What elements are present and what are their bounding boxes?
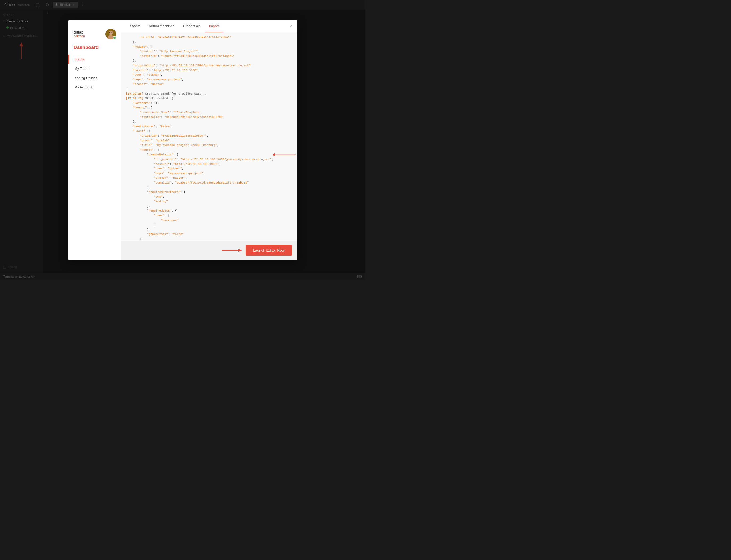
- svg-point-5: [109, 32, 110, 33]
- log-line-29: "user": "gokmen",: [126, 167, 293, 171]
- avatar-online-badge: [113, 36, 116, 39]
- log-line-37: ],: [126, 204, 293, 209]
- modal-nav-koding-utilities-label: Koding Utilities: [74, 76, 97, 80]
- log-line-11: "branch": "master": [126, 82, 293, 87]
- modal-user-handle: gokmen: [74, 34, 103, 38]
- log-line-36: "koding": [126, 199, 293, 204]
- log-line-35: "aws",: [126, 195, 293, 200]
- modal-right-panel: Stacks Virtual Machines Credentials Impo…: [121, 20, 297, 260]
- modal-overlay[interactable]: × gitlab gokmen: [0, 0, 365, 280]
- log-line-17: "constructorName": "JStackTemplate",: [126, 110, 293, 115]
- log-line-14: [17:02:28] Stack created: {: [126, 96, 293, 101]
- log-line-10: "repo": "my-awesome-project",: [126, 78, 293, 82]
- log-line-38: "requiredData": {: [126, 209, 293, 213]
- log-line-18: "instanceId": "9a0e89c379c76c1ea47ec6aeb…: [126, 115, 293, 120]
- log-line-44: }: [126, 237, 293, 240]
- log-line-43: "groupStack": "false": [126, 232, 293, 237]
- log-line-15: "watchers": {},: [126, 101, 293, 106]
- modal-nav-stacks-label: Stacks: [74, 57, 85, 61]
- modal-content-area: commitId: "9ca0e57ff9c3971d7a4e85bdaa612…: [121, 32, 297, 241]
- modal-left-panel: gitlab gokmen: [68, 20, 121, 260]
- log-line-33: },: [126, 185, 293, 190]
- modal-user-info: gitlab gokmen: [74, 30, 103, 38]
- log-line-12: }: [126, 87, 293, 92]
- modal-user-section: gitlab gokmen: [68, 26, 121, 45]
- modal-nav-title: Dashboard: [68, 45, 121, 55]
- modal-footer: Launch Editor Now: [121, 241, 297, 260]
- modal-tab-stacks[interactable]: Stacks: [126, 20, 145, 32]
- log-line-34: "requiredProviders": [: [126, 190, 293, 195]
- modal-nav-koding-utilities[interactable]: Koding Utilities: [68, 73, 121, 83]
- log-line-27: "originalUrl": "http://52.52.10.103:3000…: [126, 157, 293, 162]
- modal-close-button[interactable]: ×: [288, 23, 294, 30]
- log-line-1: commitId: "9ca0e57ff9c3971d7a4e85bdaa612…: [126, 35, 293, 40]
- log-line-4: "content": "# My Awesome Project",: [126, 49, 293, 54]
- log-display: commitId: "9ca0e57ff9c3971d7a4e85bdaa612…: [121, 32, 297, 241]
- log-line-16: "bongo_": {: [126, 105, 293, 110]
- modal-tab-credentials-label: Credentials: [183, 24, 201, 28]
- arrow-right-area: "newListener": "false", "_conf": { "orig…: [126, 124, 293, 185]
- log-line-31: "branch": "master",: [126, 176, 293, 181]
- log-line-24: "title": "my-awesome-project Stack (mast…: [126, 143, 293, 148]
- modal-tab-vms-label: Virtual Machines: [149, 24, 174, 28]
- modal-nav-stacks[interactable]: Stacks: [68, 55, 121, 64]
- log-line-13: [17:02:28] Creating stack for provided d…: [126, 92, 293, 96]
- svg-marker-10: [238, 249, 242, 252]
- log-line-32: "commitId": "9ca0e57ff9c3971d7a4e85bdaa6…: [126, 181, 293, 185]
- log-line-19: },: [126, 120, 293, 124]
- modal-tabs: Stacks Virtual Machines Credentials Impo…: [121, 20, 297, 32]
- modal-nav-my-team-label: My Team: [74, 67, 88, 71]
- modal-tab-stacks-label: Stacks: [130, 24, 140, 28]
- modal-nav-my-team[interactable]: My Team: [68, 64, 121, 73]
- log-line-28: "baseUrl": "http://52.52.10.103:3000",: [126, 162, 293, 167]
- log-line-3: "readme": {: [126, 45, 293, 50]
- log-line-41: ]: [126, 223, 293, 228]
- log-line-40: "username": [126, 218, 293, 223]
- log-line-23: "group": "gitlab",: [126, 139, 293, 143]
- log-line-39: "user": [: [126, 213, 293, 218]
- launch-editor-button[interactable]: Launch Editor Now: [246, 245, 292, 256]
- log-line-30: "repo": "my-awesome-project",: [126, 171, 293, 176]
- log-line-26: "remoteDetails": {: [126, 152, 293, 157]
- log-line-20: "newListener": "false",: [126, 124, 293, 129]
- modal-tab-vms[interactable]: Virtual Machines: [145, 20, 179, 32]
- log-line-8: "baseUrl": "http://52.52.10.103:3000",: [126, 68, 293, 73]
- modal-dialog: × gitlab gokmen: [68, 20, 297, 260]
- modal-tab-import[interactable]: Import: [205, 20, 223, 32]
- modal-nav-my-account[interactable]: My Account: [68, 83, 121, 92]
- svg-point-6: [112, 32, 112, 33]
- modal-platform-label: gitlab: [74, 30, 103, 34]
- modal-nav-my-account-label: My Account: [74, 85, 92, 89]
- log-line-22: "originId": "57a361d95911b638b329620f",: [126, 134, 293, 139]
- modal-tab-import-label: Import: [209, 24, 219, 28]
- log-line-42: },: [126, 228, 293, 232]
- log-line-6: },: [126, 59, 293, 63]
- arrow-launch-icon: [221, 247, 242, 254]
- log-line-25: "config": {: [126, 148, 293, 153]
- log-line-9: "user": "gokmen",: [126, 73, 293, 78]
- log-line-7: "originalUrl": "http://52.52.10.103:3000…: [126, 63, 293, 68]
- log-line-21: "_conf": {: [126, 129, 293, 134]
- avatar-container: [105, 29, 116, 39]
- modal-tab-credentials[interactable]: Credentials: [179, 20, 205, 32]
- log-line-2: },: [126, 40, 293, 45]
- log-line-5: "commitId": "9ca0e57ff9c3971d7a4e85bdaa6…: [126, 54, 293, 59]
